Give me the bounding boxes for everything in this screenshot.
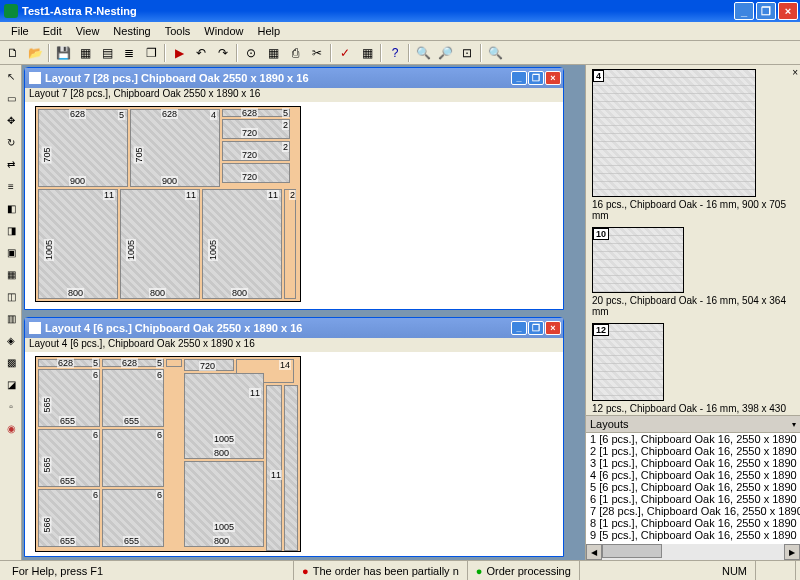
menu-nesting[interactable]: Nesting (106, 24, 157, 38)
open-icon[interactable]: 📂 (24, 43, 46, 63)
tool-b-icon[interactable]: ◨ (1, 220, 21, 240)
layout-canvas[interactable]: 5628705900 4628705900 5628 2720 2720 720… (25, 102, 563, 309)
tool-f-icon[interactable]: ▥ (1, 308, 21, 328)
status-order-proc: ●Order processing (468, 561, 580, 580)
window-title: Test1-Astra R-Nesting (22, 5, 734, 17)
layout-row[interactable]: 6 [1 pcs.], Chipboard Oak 16, 2550 x 189… (586, 493, 800, 505)
layout-canvas[interactable]: 5628 5628 720 14 6565655 6655 118001005 … (25, 352, 563, 556)
menu-help[interactable]: Help (250, 24, 287, 38)
close-button[interactable]: × (778, 2, 798, 20)
align-icon[interactable]: ≡ (1, 176, 21, 196)
mdi-min-button[interactable]: _ (511, 321, 527, 335)
mdi-caption: Layout 7 [28 pcs.], Chipboard Oak 2550 x… (25, 88, 563, 102)
minimize-button[interactable]: _ (734, 2, 754, 20)
target-icon[interactable]: ⊙ (240, 43, 262, 63)
menu-view[interactable]: View (69, 24, 107, 38)
thumb-tag: 12 (593, 324, 609, 336)
layout-row[interactable]: 2 [1 pcs.], Chipboard Oak 16, 2550 x 189… (586, 445, 800, 457)
chevron-down-icon[interactable]: ▾ (792, 420, 796, 429)
layers-icon[interactable]: ≣ (118, 43, 140, 63)
panel-close-icon[interactable]: × (792, 67, 798, 78)
app-icon (4, 4, 18, 18)
scroll-left-icon[interactable]: ◀ (586, 544, 602, 560)
layouts-header: Layouts (590, 418, 629, 430)
tool-g-icon[interactable]: ◈ (1, 330, 21, 350)
maximize-button[interactable]: ❐ (756, 2, 776, 20)
flip-icon[interactable]: ⇄ (1, 154, 21, 174)
titlebar: Test1-Astra R-Nesting _ ❐ × (0, 0, 800, 22)
zoom-in-icon[interactable]: 🔍 (412, 43, 434, 63)
thumb-tag: 4 (593, 70, 604, 82)
thumb-caption: 16 pcs., Chipboard Oak - 16 mm, 900 x 70… (592, 197, 794, 223)
part-thumb[interactable]: 12 12 pcs., Chipboard Oak - 16 mm, 398 x… (592, 323, 794, 415)
menu-file[interactable]: File (4, 24, 36, 38)
layouts-list[interactable]: 1 [6 pcs.], Chipboard Oak 16, 2550 x 189… (586, 433, 800, 544)
scroll-right-icon[interactable]: ▶ (784, 544, 800, 560)
mdi-window-layout7[interactable]: Layout 7 [28 pcs.] Chipboard Oak 2550 x … (24, 67, 564, 310)
parts-thumbnails: 4 16 pcs., Chipboard Oak - 16 mm, 900 x … (586, 65, 800, 415)
save-icon[interactable]: 💾 (52, 43, 74, 63)
status-help: For Help, press F1 (4, 561, 294, 580)
undo-icon[interactable]: ↶ (190, 43, 212, 63)
mdi-min-button[interactable]: _ (511, 71, 527, 85)
mdi-window-layout4[interactable]: Layout 4 [6 pcs.] Chipboard Oak 2550 x 1… (24, 317, 564, 557)
layout-row[interactable]: 8 [1 pcs.], Chipboard Oak 16, 2550 x 189… (586, 517, 800, 529)
layout-icon (29, 72, 41, 84)
tool-j-icon[interactable]: ▫ (1, 396, 21, 416)
toolbar: 🗋 📂 💾 ▦ ▤ ≣ ❐ ▶ ↶ ↷ ⊙ ▦ ⎙ ✂ ✓ ▦ ? 🔍 🔎 ⊡ … (0, 41, 800, 65)
select-icon[interactable]: ▭ (1, 88, 21, 108)
menu-edit[interactable]: Edit (36, 24, 69, 38)
tool-i-icon[interactable]: ◪ (1, 374, 21, 394)
menubar: File Edit View Nesting Tools Window Help (0, 22, 800, 41)
thumb-caption: 20 pcs., Chipboard Oak - 16 mm, 504 x 36… (592, 293, 794, 319)
status-order-msg: ●The order has been partially n (294, 561, 468, 580)
left-toolbar: ↖ ▭ ✥ ↻ ⇄ ≡ ◧ ◨ ▣ ▦ ◫ ▥ ◈ ▩ ◪ ▫ ◉ (0, 65, 22, 560)
mdi-close-button[interactable]: × (545, 321, 561, 335)
pointer-icon[interactable]: ↖ (1, 66, 21, 86)
zoom-region-icon[interactable]: 🔍 (484, 43, 506, 63)
layout-row[interactable]: 7 [28 pcs.], Chipboard Oak 16, 2550 x 18… (586, 505, 800, 517)
rotate-icon[interactable]: ↻ (1, 132, 21, 152)
mdi-max-button[interactable]: ❐ (528, 71, 544, 85)
zoom-out-icon[interactable]: 🔎 (434, 43, 456, 63)
mdi-max-button[interactable]: ❐ (528, 321, 544, 335)
layout-row[interactable]: 5 [6 pcs.], Chipboard Oak 16, 2550 x 189… (586, 481, 800, 493)
run-icon[interactable]: ▶ (168, 43, 190, 63)
move-icon[interactable]: ✥ (1, 110, 21, 130)
copy-icon[interactable]: ❐ (140, 43, 162, 63)
layout-row[interactable]: 4 [6 pcs.], Chipboard Oak 16, 2550 x 189… (586, 469, 800, 481)
redo-icon[interactable]: ↷ (212, 43, 234, 63)
tool-e-icon[interactable]: ◫ (1, 286, 21, 306)
tool-h-icon[interactable]: ▩ (1, 352, 21, 372)
mdi-title: Layout 4 [6 pcs.] Chipboard Oak 2550 x 1… (45, 322, 511, 334)
part-thumb[interactable]: 10 20 pcs., Chipboard Oak - 16 mm, 504 x… (592, 227, 794, 319)
mdi-close-button[interactable]: × (545, 71, 561, 85)
menu-tools[interactable]: Tools (158, 24, 198, 38)
layout-row[interactable]: 1 [6 pcs.], Chipboard Oak 16, 2550 x 189… (586, 433, 800, 445)
tool-k-icon[interactable]: ◉ (1, 418, 21, 438)
cut-icon[interactable]: ✂ (306, 43, 328, 63)
h-scrollbar[interactable]: ◀ ▶ (586, 544, 800, 560)
calendar-icon[interactable]: ▦ (356, 43, 378, 63)
part-thumb[interactable]: 4 16 pcs., Chipboard Oak - 16 mm, 900 x … (592, 69, 794, 223)
table-icon[interactable]: ▦ (262, 43, 284, 63)
print-icon[interactable]: ⎙ (284, 43, 306, 63)
thumb-tag: 10 (593, 228, 609, 240)
layouts-panel: Layouts▾ 1 [6 pcs.], Chipboard Oak 16, 2… (586, 415, 800, 560)
menu-window[interactable]: Window (197, 24, 250, 38)
mdi-title: Layout 7 [28 pcs.] Chipboard Oak 2550 x … (45, 72, 511, 84)
help-icon[interactable]: ? (384, 43, 406, 63)
mdi-area: Layout 7 [28 pcs.] Chipboard Oak 2550 x … (22, 65, 585, 560)
zoom-fit-icon[interactable]: ⊡ (456, 43, 478, 63)
check-icon[interactable]: ✓ (334, 43, 356, 63)
layout-row[interactable]: 3 [1 pcs.], Chipboard Oak 16, 2550 x 189… (586, 457, 800, 469)
mdi-caption: Layout 4 [6 pcs.], Chipboard Oak 2550 x … (25, 338, 563, 352)
tool-c-icon[interactable]: ▣ (1, 242, 21, 262)
thumb-caption: 12 pcs., Chipboard Oak - 16 mm, 398 x 43… (592, 401, 794, 415)
layout-row[interactable]: 9 [5 pcs.], Chipboard Oak 16, 2550 x 189… (586, 529, 800, 541)
tile-icon[interactable]: ▦ (74, 43, 96, 63)
tool-a-icon[interactable]: ◧ (1, 198, 21, 218)
tool-d-icon[interactable]: ▦ (1, 264, 21, 284)
new-icon[interactable]: 🗋 (2, 43, 24, 63)
grid-icon[interactable]: ▤ (96, 43, 118, 63)
